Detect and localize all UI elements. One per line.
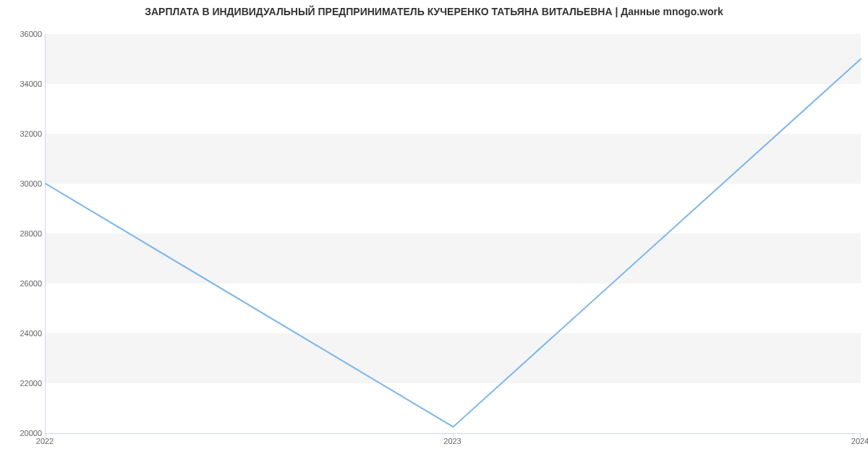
x-tick-mark xyxy=(860,433,861,437)
y-tick-label: 32000 xyxy=(6,129,42,138)
y-tick-label: 30000 xyxy=(6,179,42,188)
chart-container: ЗАРПЛАТА В ИНДИВИДУАЛЬНЫЙ ПРЕДПРИНИМАТЕЛ… xyxy=(0,0,868,470)
x-tick-mark xyxy=(453,433,454,437)
y-tick-label: 22000 xyxy=(6,379,42,388)
y-tick-label: 26000 xyxy=(6,279,42,288)
y-tick-label: 28000 xyxy=(6,229,42,238)
y-tick-label: 36000 xyxy=(6,30,42,38)
plot-area xyxy=(45,34,861,434)
x-tick-label: 2022 xyxy=(36,437,54,445)
x-tick-label: 2024 xyxy=(851,437,868,445)
series-line xyxy=(46,59,861,427)
y-tick-label: 24000 xyxy=(6,329,42,338)
line-layer xyxy=(46,34,861,433)
y-tick-label: 34000 xyxy=(6,80,42,88)
x-tick-mark xyxy=(45,433,46,437)
x-tick-label: 2023 xyxy=(443,437,461,445)
chart-title: ЗАРПЛАТА В ИНДИВИДУАЛЬНЫЙ ПРЕДПРИНИМАТЕЛ… xyxy=(0,6,868,17)
